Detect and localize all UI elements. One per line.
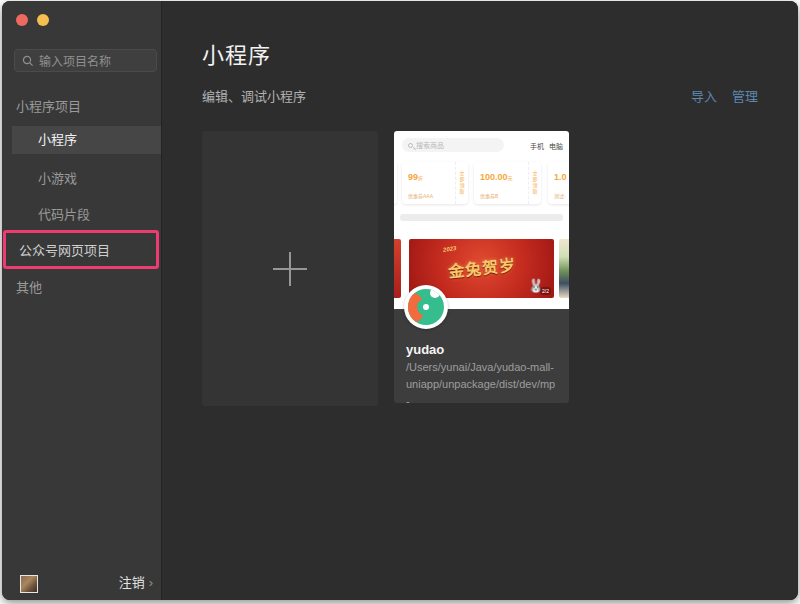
user-avatar[interactable]: [20, 575, 38, 593]
coupon-name: 优惠券AAA: [408, 192, 455, 199]
sidebar-item-label: 公众号网页项目: [6, 240, 110, 259]
banner-partial-left: [394, 239, 401, 298]
coupon-card: 100.00元 优惠券B 立即领取: [474, 162, 541, 204]
coupon-name: 优惠券B: [480, 192, 528, 199]
manage-button[interactable]: 管理: [732, 86, 758, 105]
banner-title: 金兔贺岁: [446, 252, 516, 283]
project-path: /Users/yunai/Java/yudao-mall-uniapp/unpa…: [406, 359, 558, 410]
minimize-window-button[interactable]: [37, 14, 49, 26]
banner-partial-right: [559, 239, 569, 298]
thumbnail-nav-phone: 手机: [530, 141, 544, 151]
sidebar-item-other[interactable]: 其他: [16, 277, 42, 296]
header-actions: 导入 管理: [691, 86, 758, 105]
project-search-input[interactable]: 输入项目名称: [14, 49, 157, 72]
sidebar-item-code-snippet[interactable]: 代码片段: [38, 204, 90, 223]
thumbnail-search-bar: 搜索商品: [402, 138, 504, 152]
banner-page-indicator: 2/2: [540, 287, 551, 295]
coupon-unit: 折: [418, 175, 423, 181]
coupon-value: 99: [408, 172, 418, 182]
coupon-action: 立即领取: [532, 171, 539, 195]
sidebar-item-miniprogram[interactable]: 小程序: [12, 126, 161, 154]
coupon-card-partial: [394, 162, 397, 204]
new-project-card[interactable]: [202, 131, 378, 406]
chevron-right-icon: ›: [149, 575, 153, 590]
coupon-card-partial: 1.0 测试-: [548, 162, 569, 204]
page-title: 小程序: [202, 37, 271, 69]
coupon-unit: 元: [508, 175, 513, 181]
banner-year: 2023: [443, 245, 457, 253]
coupon-action: 立即领取: [459, 171, 466, 195]
logout-label: 注销: [119, 575, 145, 590]
thumbnail-scroll-bar: [400, 214, 563, 221]
close-window-button[interactable]: [16, 14, 28, 26]
logout-button[interactable]: 注销›: [119, 572, 153, 591]
sidebar-section-miniprogram-project: 小程序项目: [16, 96, 81, 115]
thumbnail-search-placeholder: 搜索商品: [416, 140, 444, 150]
plus-icon: [273, 252, 307, 286]
project-name: yudao: [406, 342, 444, 357]
devtools-project-window: 输入项目名称 小程序项目 小程序 小游戏 代码片段 公众号网页项目 其他 注销›…: [2, 1, 798, 600]
project-app-icon: [404, 285, 448, 329]
coupon-card: 99折 优惠券AAA 立即领取: [402, 162, 468, 204]
coupon-value: 1.0: [554, 172, 567, 182]
project-thumbnail: 搜索商品 手机 电脑 99折 优惠券AAA 立即领取: [394, 131, 569, 309]
search-icon: [22, 55, 34, 67]
thumbnail-nav-computer: 电脑: [549, 141, 563, 151]
project-card-yudao[interactable]: 搜索商品 手机 电脑 99折 优惠券AAA 立即领取: [394, 131, 569, 403]
search-icon: [408, 143, 413, 148]
coupon-value: 100.00: [480, 172, 508, 182]
thumbnail-coupon-row: 99折 优惠券AAA 立即领取 100.00元 优惠券B 立即领取: [394, 162, 569, 206]
yudao-logo-icon: [408, 289, 444, 325]
coupon-name: 测试-: [554, 192, 569, 199]
window-controls: [16, 14, 49, 26]
sidebar-item-official-account-webpage[interactable]: 公众号网页项目: [3, 230, 159, 269]
sidebar: 输入项目名称 小程序项目 小程序 小游戏 代码片段 公众号网页项目 其他 注销›: [2, 1, 162, 600]
thumbnail-nav: 手机 电脑: [530, 141, 563, 151]
main-panel: 小程序 编辑、调试小程序 导入 管理 搜索商品 手机 电脑: [163, 1, 798, 600]
search-placeholder: 输入项目名称: [39, 52, 111, 69]
page-subtitle: 编辑、调试小程序: [202, 86, 306, 105]
sidebar-item-minigame[interactable]: 小游戏: [38, 168, 77, 187]
import-button[interactable]: 导入: [691, 86, 717, 105]
